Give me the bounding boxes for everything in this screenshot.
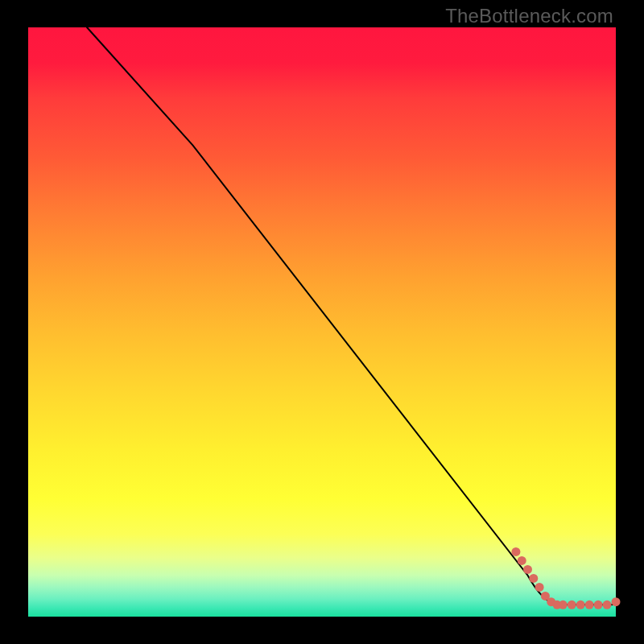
chart-marker [511,547,520,556]
chart-marker [594,601,603,609]
chart-marker [568,601,576,609]
chart-marker [529,574,538,583]
chart-marker [523,565,532,574]
chart-marker [535,583,544,592]
chart-marker [603,601,612,609]
bottleneck-curve [87,27,616,605]
chart-markers [511,547,620,609]
chart-marker [518,556,526,565]
chart-overlay [28,27,616,617]
chart-marker [585,601,594,609]
chart-marker [576,601,585,609]
chart-marker [612,597,621,606]
attribution-text: TheBottleneck.com [445,5,613,27]
chart-marker [559,601,568,609]
